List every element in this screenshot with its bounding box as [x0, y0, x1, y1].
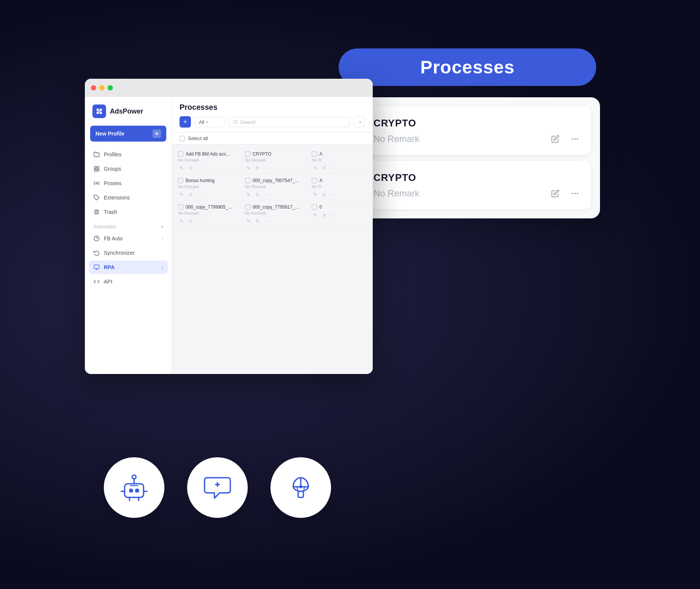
copy-icon[interactable]: ⎘	[321, 212, 328, 219]
process-card-remark: No Remark	[373, 134, 579, 144]
close-window-button[interactable]	[91, 85, 96, 90]
list-item[interactable]: 000_copy_7799905_... No Remark ✎ ⎘ ···	[172, 201, 239, 227]
copy-icon[interactable]: ⎘	[254, 165, 261, 171]
filter-chevron-icon: ▾	[206, 120, 209, 125]
list-item[interactable]: 000_copy_7807547_... No Remark ✎ ⎘ ···	[239, 174, 306, 201]
list-item[interactable]: Bonus hunting No Remark ✎ ⎘ ···	[172, 174, 239, 201]
item-checkbox[interactable]	[245, 204, 250, 210]
copy-icon[interactable]: ⎘	[321, 191, 328, 198]
maximize-window-button[interactable]	[108, 85, 113, 90]
toolbar: + All ▾ Search →	[180, 116, 365, 128]
sidebar-item-groups[interactable]: Groups	[89, 162, 168, 176]
item-checkbox[interactable]	[178, 204, 183, 210]
item-checkbox[interactable]	[245, 151, 250, 157]
more-button-2[interactable]	[568, 187, 582, 200]
edit-icon[interactable]: ✎	[178, 165, 185, 171]
add-process-button[interactable]: +	[180, 116, 191, 128]
filter-dropdown[interactable]: All ▾	[195, 117, 225, 127]
more-icon[interactable]: ···	[330, 212, 337, 219]
process-item-actions: ✎ ⎘ ···	[178, 218, 233, 224]
fb-auto-chevron-icon: ›	[162, 236, 163, 241]
edit-icon[interactable]: ✎	[245, 218, 252, 224]
sidebar-item-synchronizer[interactable]: Synchronizer	[89, 246, 168, 260]
list-item[interactable]: Add FB BM Ads acc... No Remark ✎ ⎘ ···	[172, 148, 239, 174]
logo-text: AdsPower	[110, 108, 143, 115]
process-item-name: A	[319, 178, 322, 183]
rpa-icon	[93, 264, 100, 271]
process-card-actions	[548, 132, 582, 146]
item-checkbox[interactable]	[312, 178, 317, 183]
edit-icon[interactable]: ✎	[178, 191, 185, 198]
edit-button[interactable]	[548, 132, 562, 146]
new-profile-button[interactable]: New Profile +	[90, 126, 166, 142]
edit-icon[interactable]: ✎	[245, 191, 252, 198]
more-icon[interactable]: ···	[263, 218, 270, 224]
svg-point-1	[574, 138, 576, 140]
search-icon	[233, 120, 238, 125]
copy-icon[interactable]: ⎘	[254, 218, 261, 224]
automation-label: Automation	[93, 224, 116, 229]
process-card-header: CRYPTO	[356, 117, 579, 129]
item-checkbox[interactable]	[178, 178, 183, 183]
item-checkbox[interactable]	[178, 151, 183, 157]
sidebar-item-extensions-label: Extensions	[104, 195, 130, 201]
edit-icon[interactable]: ✎	[312, 212, 319, 219]
copy-icon[interactable]: ⎘	[187, 191, 194, 198]
more-button[interactable]	[568, 132, 582, 146]
airdrop-icon	[286, 472, 316, 503]
process-item-remark: No R	[312, 184, 367, 189]
sidebar-item-trash[interactable]: Trash	[89, 205, 168, 219]
copy-icon[interactable]: ⎘	[187, 165, 194, 171]
edit-icon[interactable]: ✎	[312, 165, 319, 171]
list-item[interactable]: 000_copy_7795917_... No Remark ✎ ⎘ ···	[239, 201, 306, 227]
process-item-remark: No Remark	[178, 184, 233, 189]
process-item-remark: No Remark	[245, 211, 300, 215]
process-item-remark: No R	[312, 158, 367, 162]
process-item-actions: ✎ ⎘ ···	[245, 191, 300, 198]
item-checkbox[interactable]	[312, 204, 317, 210]
minimize-window-button[interactable]	[99, 85, 105, 90]
process-item-name: 000_copy_7795917_...	[253, 204, 299, 210]
message-plus-icon-circle[interactable]	[187, 457, 248, 518]
edit-icon[interactable]: ✎	[245, 165, 252, 171]
process-item-header: CRYPTO	[245, 151, 300, 157]
sidebar-item-extensions[interactable]: Extensions	[89, 191, 168, 204]
robot-icon-circle[interactable]	[104, 457, 164, 518]
svg-point-23	[132, 475, 136, 479]
airdrop-icon-circle[interactable]	[270, 457, 331, 518]
app-window: AdsPower New Profile + Profiles	[85, 79, 373, 374]
list-item[interactable]: A No R ✎ ⎘ ···	[306, 148, 373, 174]
more-icon[interactable]: ···	[196, 218, 203, 224]
edit-icon[interactable]: ✎	[178, 218, 185, 224]
edit-button-2[interactable]	[548, 187, 562, 200]
sidebar-item-fb-auto[interactable]: FB Auto ›	[89, 232, 168, 245]
more-icon[interactable]: ···	[330, 165, 337, 171]
sidebar-item-api[interactable]: API	[89, 275, 168, 288]
more-icon[interactable]: ···	[196, 165, 203, 171]
sidebar-item-proxies[interactable]: Proxies	[89, 176, 168, 190]
automation-nav: FB Auto › Synchronizer	[85, 232, 172, 288]
item-checkbox[interactable]	[245, 178, 250, 183]
search-enter-button[interactable]: →	[354, 116, 365, 128]
list-item[interactable]: CRYPTO No Remark ✎ ⎘ ···	[239, 148, 306, 174]
list-item[interactable]: A No R ✎ ⎘ ···	[306, 174, 373, 201]
list-item[interactable]: 0 ✎ ⎘ ···	[306, 201, 373, 227]
sidebar-item-proxies-label: Proxies	[104, 180, 122, 186]
edit-icon[interactable]: ✎	[312, 191, 319, 198]
more-icon[interactable]: ···	[263, 191, 270, 198]
sidebar-item-profiles[interactable]: Profiles	[89, 148, 168, 161]
sidebar-item-rpa[interactable]: RPA ›	[89, 260, 168, 274]
copy-icon[interactable]: ⎘	[187, 218, 194, 224]
process-item-remark: No Remark	[178, 158, 233, 162]
item-checkbox[interactable]	[312, 151, 317, 157]
profiles-icon	[93, 151, 100, 158]
sidebar-item-api-label: API	[104, 279, 112, 285]
select-all-checkbox[interactable]	[180, 136, 185, 141]
more-icon[interactable]: ···	[196, 191, 203, 198]
process-card: CRYPTO No Remark	[344, 106, 591, 155]
copy-icon[interactable]: ⎘	[321, 165, 328, 171]
copy-icon[interactable]: ⎘	[254, 191, 261, 198]
more-icon[interactable]: ···	[263, 165, 270, 171]
more-icon[interactable]: ···	[330, 191, 337, 198]
search-input[interactable]: Search	[229, 117, 350, 127]
